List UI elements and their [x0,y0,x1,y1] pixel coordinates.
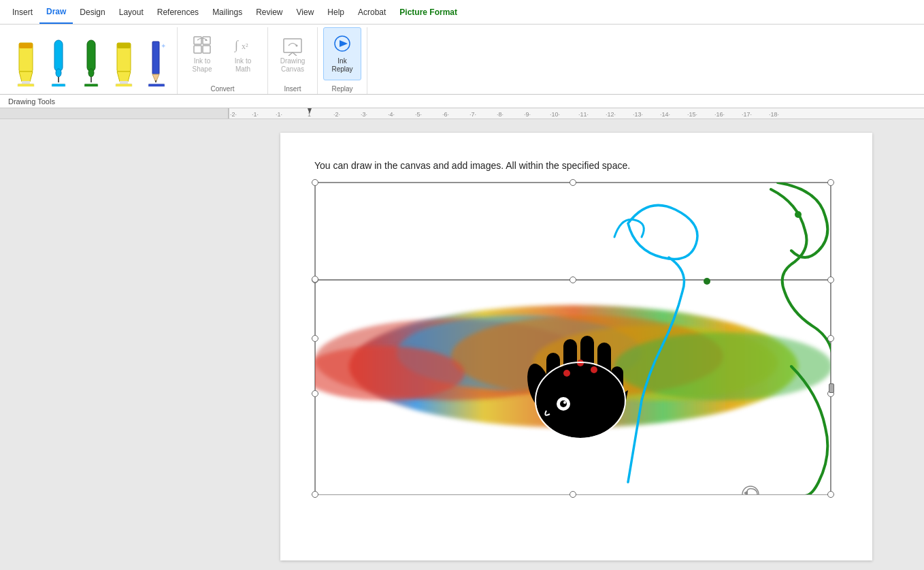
svg-text:·16·: ·16· [714,111,725,118]
svg-text:·4·: ·4· [388,111,395,118]
ruler-svg: ruler marks ·2· ·1· ·1· 1 ·2· ·3· ·4· ·5… [0,108,924,119]
ink-replay-button[interactable]: InkReplay [323,27,361,80]
svg-rect-17 [116,84,132,86]
handle-bottom-left[interactable] [312,491,318,498]
doc-page: You can draw in the canvas and add image… [280,133,872,560]
drawing-canvas-button[interactable]: DrawingCanvas [274,27,312,80]
handle-mid-right[interactable] [827,335,834,342]
svg-text:·12·: ·12· [606,111,616,118]
menu-mailings[interactable]: Mailings [205,0,249,24]
svg-rect-3 [22,81,30,84]
svg-text:·3·: ·3· [361,111,367,118]
svg-rect-1 [19,43,33,48]
menu-picture-format[interactable]: Picture Format [393,0,464,24]
svg-text:·1·: ·1· [276,111,282,118]
handle-top-left[interactable] [312,179,318,186]
menu-insert[interactable]: Insert [5,0,39,24]
svg-rect-37 [0,108,229,119]
menu-bar: Insert Draw Design Layout References Mai… [0,0,924,25]
menu-references[interactable]: References [150,0,205,24]
drawing-canvas-icon [282,34,303,56]
svg-rect-30 [284,39,301,52]
handle-mid-left[interactable] [312,335,318,342]
svg-rect-9 [87,40,95,72]
svg-text:x²: x² [242,42,248,51]
pens-section: ✦ [5,27,178,94]
handle-bottom-right[interactable] [827,491,834,498]
ruler: ruler marks ·2· ·1· ·1· 1 ·2· ·3· ·4· ·5… [0,108,924,119]
svg-text:✦: ✦ [161,42,166,50]
handle-sub1-top-mid[interactable] [570,276,576,283]
svg-rect-23 [194,37,201,44]
svg-point-83 [704,278,710,285]
convert-content: Ink toShape ∫ x² Ink toMath [183,27,262,83]
svg-rect-21 [148,84,165,86]
svg-point-84 [795,211,802,218]
svg-marker-35 [340,40,348,47]
svg-point-77 [560,400,567,407]
menu-help[interactable]: Help [320,0,351,24]
svg-point-79 [563,370,570,377]
pen-green-icon [79,37,103,86]
main-layout: You can draw in the canvas and add image… [0,119,924,570]
svg-text:·5·: ·5· [415,111,422,118]
pen-yellow-marker[interactable] [109,36,139,88]
replay-content: InkReplay [323,27,361,83]
svg-rect-14 [117,43,131,48]
svg-rect-4 [18,84,34,86]
svg-text:·14·: ·14· [660,111,670,118]
ink-to-shape-button[interactable]: Ink toShape [183,27,221,80]
canvas-inner [315,183,831,494]
menu-layout[interactable]: Layout [112,0,150,24]
svg-point-75 [543,383,611,431]
svg-text:·13·: ·13· [633,111,643,118]
ink-to-math-label: Ink toMath [235,57,251,74]
drawing-canvas-area[interactable] [314,182,831,495]
menu-draw[interactable]: Draw [39,0,73,24]
menu-view[interactable]: View [290,0,321,24]
handle-img-right[interactable] [829,383,834,393]
svg-text:·9·: ·9· [524,111,531,118]
ink-to-math-icon: ∫ x² [232,34,254,56]
convert-section: Ink toShape ∫ x² Ink toMath Convert [178,27,268,94]
pen-blue[interactable] [44,36,73,88]
menu-design[interactable]: Design [73,0,112,24]
svg-marker-15 [117,72,131,82]
svg-text:·6·: ·6· [442,111,449,118]
pen-blue-pencil[interactable]: ✦ [142,36,171,88]
menu-acrobat[interactable]: Acrobat [351,0,393,24]
svg-text:·18·: ·18· [769,111,779,118]
menu-review[interactable]: Review [249,0,289,24]
ink-to-shape-icon [191,34,213,56]
replay-section: InkReplay Replay [318,27,367,94]
handle-top-mid[interactable] [570,179,576,186]
pen-blue-pencil-icon: ✦ [144,37,169,86]
insert-section: DrawingCanvas Insert [268,27,318,94]
handle-sub2-bottom-left[interactable] [312,276,318,283]
svg-text:·2·: ·2· [333,111,340,118]
svg-text:·7·: ·7· [469,111,476,118]
svg-rect-12 [84,84,98,86]
handle-sub1-top-right[interactable] [827,276,834,283]
svg-rect-18 [152,42,159,74]
ribbon: ✦ Ink toShape [0,25,924,95]
svg-rect-26 [203,46,210,53]
handle-sub2-mid-left[interactable] [312,390,318,397]
handle-top-right[interactable] [827,179,834,186]
svg-point-81 [591,366,597,373]
svg-rect-8 [52,84,65,86]
pen-yellow-highlighter[interactable] [11,36,41,88]
svg-text:·8·: ·8· [497,111,504,118]
svg-point-66 [614,332,831,400]
svg-text:·15·: ·15· [687,111,697,118]
handle-bottom-mid[interactable] [570,491,576,498]
svg-text:·10·: ·10· [550,111,560,118]
doc-area[interactable]: You can draw in the canvas and add image… [229,119,924,570]
svg-point-10 [88,69,94,77]
pen-green[interactable] [76,36,106,88]
pen-yellow-icon [14,37,38,86]
convert-section-label: Convert [210,83,234,94]
svg-rect-5 [54,40,63,72]
drawings-svg [315,183,831,494]
ink-to-math-button[interactable]: ∫ x² Ink toMath [224,27,262,80]
